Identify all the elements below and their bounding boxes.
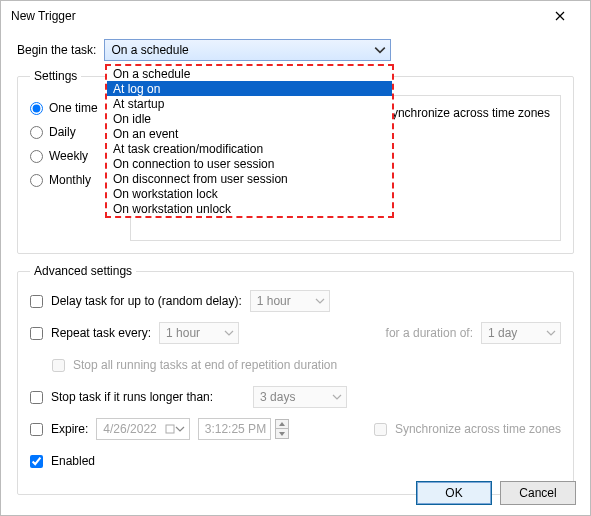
- repeat-value: 1 hour: [166, 326, 200, 340]
- chevron-down-icon: [332, 392, 342, 402]
- stop-if-label: Stop task if it runs longer than:: [51, 390, 213, 404]
- advanced-group: Advanced settings Delay task for up to (…: [17, 264, 574, 495]
- expire-label: Expire:: [51, 422, 88, 436]
- radio-label: One time: [49, 101, 98, 115]
- begin-dropdown-list[interactable]: On a scheduleAt log onAt startupOn idleO…: [105, 64, 394, 218]
- repeat-checkbox[interactable]: [30, 327, 43, 340]
- radio-label: Monthly: [49, 173, 91, 187]
- delay-row: Delay task for up to (random delay): 1 h…: [30, 290, 561, 312]
- enabled-label: Enabled: [51, 454, 95, 468]
- delay-value: 1 hour: [257, 294, 291, 308]
- radio-input[interactable]: [30, 102, 43, 115]
- stop-if-row: Stop task if it runs longer than: 3 days: [30, 386, 561, 408]
- svg-rect-0: [166, 425, 174, 433]
- dropdown-option[interactable]: At startup: [107, 96, 392, 111]
- enabled-checkbox[interactable]: [30, 455, 43, 468]
- repeat-label: Repeat task every:: [51, 326, 151, 340]
- dropdown-option[interactable]: At task creation/modification: [107, 141, 392, 156]
- expire-checkbox[interactable]: [30, 423, 43, 436]
- begin-combo[interactable]: On a schedule: [104, 39, 391, 61]
- radio-label: Weekly: [49, 149, 88, 163]
- repeat-row: Repeat task every: 1 hour for a duration…: [30, 322, 561, 344]
- repeat-select[interactable]: 1 hour: [159, 322, 239, 344]
- footer: OK Cancel: [416, 481, 576, 505]
- ok-label: OK: [445, 486, 462, 500]
- chevron-down-icon: [175, 424, 185, 434]
- dropdown-option[interactable]: On workstation lock: [107, 186, 392, 201]
- spinner-down[interactable]: [275, 429, 289, 439]
- begin-label: Begin the task:: [17, 43, 96, 57]
- time-spinner[interactable]: [275, 419, 289, 439]
- advanced-legend: Advanced settings: [30, 264, 136, 278]
- chevron-down-icon: [224, 328, 234, 338]
- begin-row: Begin the task: On a schedule: [17, 39, 574, 61]
- chevron-up-icon: [279, 422, 285, 426]
- delay-label: Delay task for up to (random delay):: [51, 294, 242, 308]
- chevron-down-icon: [546, 328, 556, 338]
- settings-legend: Settings: [30, 69, 81, 83]
- window-title: New Trigger: [11, 9, 540, 23]
- stop-all-row: Stop all running tasks at end of repetit…: [52, 354, 561, 376]
- dropdown-option[interactable]: On disconnect from user session: [107, 171, 392, 186]
- enabled-row: Enabled: [30, 450, 561, 472]
- chevron-down-icon: [279, 432, 285, 436]
- duration-label: for a duration of:: [386, 326, 473, 340]
- ok-button[interactable]: OK: [416, 481, 492, 505]
- chevron-down-icon: [315, 296, 325, 306]
- stop-all-label: Stop all running tasks at end of repetit…: [73, 358, 337, 372]
- radio-input[interactable]: [30, 126, 43, 139]
- close-button[interactable]: [540, 1, 580, 31]
- dropdown-option[interactable]: On idle: [107, 111, 392, 126]
- stop-all-checkbox: [52, 359, 65, 372]
- radio-input[interactable]: [30, 150, 43, 163]
- dropdown-option[interactable]: On an event: [107, 126, 392, 141]
- expire-date-value: 4/26/2022: [103, 422, 156, 436]
- expire-time-value: 3:12:25 PM: [205, 422, 266, 436]
- stop-if-select[interactable]: 3 days: [253, 386, 347, 408]
- close-icon: [555, 11, 565, 21]
- begin-combo-value: On a schedule: [111, 43, 188, 57]
- radio-label: Daily: [49, 125, 76, 139]
- expire-sync-label: Synchronize across time zones: [395, 422, 561, 436]
- dropdown-option[interactable]: On workstation unlock: [107, 201, 392, 216]
- dropdown-option[interactable]: On a schedule: [107, 66, 392, 81]
- expire-date-input[interactable]: 4/26/2022: [96, 418, 189, 440]
- cancel-button[interactable]: Cancel: [500, 481, 576, 505]
- sync-label: Synchronize across time zones: [384, 106, 550, 120]
- delay-select[interactable]: 1 hour: [250, 290, 330, 312]
- dropdown-option[interactable]: At log on: [107, 81, 392, 96]
- duration-select[interactable]: 1 day: [481, 322, 561, 344]
- cancel-label: Cancel: [519, 486, 556, 500]
- stop-if-value: 3 days: [260, 390, 295, 404]
- radio-input[interactable]: [30, 174, 43, 187]
- expire-time-input[interactable]: 3:12:25 PM: [198, 418, 271, 440]
- titlebar: New Trigger: [1, 1, 590, 31]
- dropdown-option[interactable]: On connection to user session: [107, 156, 392, 171]
- expire-sync-checkbox: [374, 423, 387, 436]
- duration-value: 1 day: [488, 326, 517, 340]
- expire-row: Expire: 4/26/2022 3:12:25 PM Synchronize…: [30, 418, 561, 440]
- spinner-up[interactable]: [275, 419, 289, 429]
- calendar-chevron-icon: [165, 424, 175, 434]
- delay-checkbox[interactable]: [30, 295, 43, 308]
- chevron-down-icon: [374, 44, 386, 56]
- content: Begin the task: On a schedule Settings O…: [1, 31, 590, 495]
- stop-if-checkbox[interactable]: [30, 391, 43, 404]
